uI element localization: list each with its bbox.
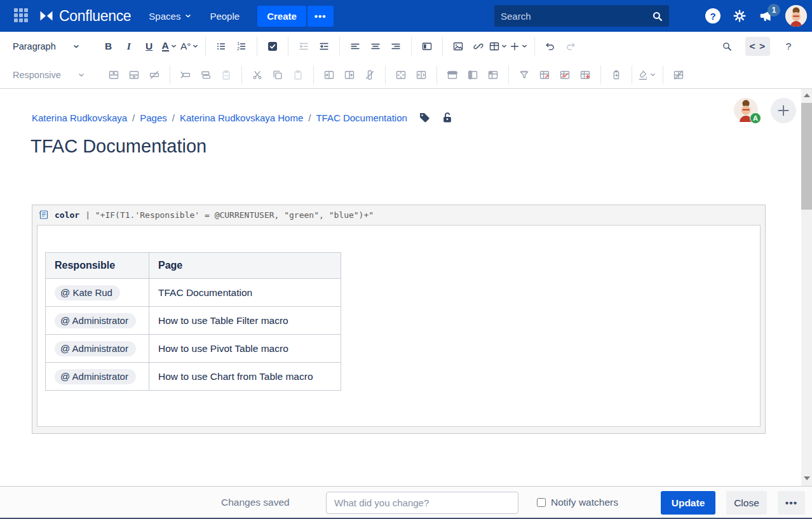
unrestricted-unlock-icon[interactable]: [442, 112, 453, 123]
align-center-icon[interactable]: [366, 37, 385, 56]
nav-people[interactable]: People: [210, 11, 240, 22]
scroll-down-arrow[interactable]: [801, 473, 812, 483]
cut-icon[interactable]: [248, 65, 267, 84]
editor-help-glyph: ?: [786, 41, 792, 52]
editor-help-button[interactable]: ?: [779, 37, 798, 56]
responsible-pages-table[interactable]: ResponsiblePage @ Kate RudTFAC Documenta…: [45, 252, 341, 391]
toolbar-group-7: [508, 65, 600, 84]
cell-fill-color-icon[interactable]: [638, 65, 657, 84]
merge-cells-icon[interactable]: [391, 65, 410, 84]
insert-column-after-icon[interactable]: [340, 65, 359, 84]
toolbar-group-6: [436, 65, 508, 84]
app-switcher-icon[interactable]: [14, 8, 29, 24]
insert-link-icon[interactable]: [469, 37, 488, 56]
redo-icon: [561, 37, 580, 56]
heading-column-icon[interactable]: [463, 65, 482, 84]
split-cells-icon[interactable]: [412, 65, 431, 84]
underline-button[interactable]: U: [140, 37, 159, 56]
table-row: @ AdministratorHow to use Table Filter m…: [46, 307, 341, 335]
footer-more-button[interactable]: •••: [778, 491, 805, 515]
notify-watchers-option[interactable]: Notify watchers: [537, 497, 618, 508]
insert-row-above-icon[interactable]: [104, 65, 123, 84]
italic-glyph: I: [127, 41, 131, 52]
toolbar-group-10: [663, 65, 694, 84]
align-left-icon[interactable]: [346, 37, 365, 56]
table-toolbar-macro[interactable]: color | "+IF(T1.'Responsible' = @CURRENT…: [32, 205, 766, 434]
toolbar-group-4: [313, 65, 385, 84]
indent-icon[interactable]: [315, 37, 334, 56]
find-icon[interactable]: [717, 37, 736, 56]
nav-spaces[interactable]: Spaces: [149, 11, 192, 22]
settings-gear-icon[interactable]: [733, 10, 746, 22]
bold-button[interactable]: B: [99, 37, 118, 56]
italic-button[interactable]: I: [119, 37, 139, 56]
scrollbar-thumb[interactable]: [801, 103, 812, 210]
breadcrumb-separator: /: [172, 112, 175, 123]
create-more-button[interactable]: •••: [308, 6, 334, 27]
undo-icon[interactable]: [541, 37, 560, 56]
chevron-down-icon: [72, 43, 80, 50]
user-mention[interactable]: @ Administrator: [55, 341, 136, 356]
source-editor-button[interactable]: < >: [745, 37, 770, 56]
copy-row-icon[interactable]: [196, 65, 215, 84]
remove-column-icon[interactable]: [360, 65, 379, 84]
table-layout-select[interactable]: Responsive: [6, 65, 93, 84]
paragraph-style-select[interactable]: Paragraph: [6, 37, 88, 56]
vertical-scrollbar[interactable]: [801, 89, 812, 486]
user-avatar[interactable]: [785, 5, 807, 27]
macro-body[interactable]: ResponsiblePage @ Kate RudTFAC Documenta…: [37, 225, 761, 427]
search-icon[interactable]: [652, 11, 663, 22]
create-button[interactable]: Create: [257, 6, 306, 27]
labels-tag-icon[interactable]: [419, 112, 430, 123]
align-right-icon[interactable]: [386, 37, 405, 56]
announcements-megaphone-icon[interactable]: 1: [759, 9, 773, 23]
confluence-logo[interactable]: Confluence: [38, 8, 131, 25]
help-icon[interactable]: ?: [705, 8, 721, 24]
insert-table-icon[interactable]: [489, 37, 508, 56]
table-excerpt-icon[interactable]: [607, 65, 626, 84]
paste-row-icon: [217, 65, 236, 84]
collaborator-avatar[interactable]: A: [734, 98, 758, 122]
scroll-up-arrow[interactable]: [801, 90, 812, 100]
formatting-more-button[interactable]: A°: [180, 37, 200, 56]
remove-row-icon[interactable]: [145, 65, 164, 84]
notify-watchers-checkbox[interactable]: [537, 498, 546, 507]
user-mention[interactable]: @ Kate Rud: [55, 285, 120, 300]
page-cell: How to use Pivot Table macro: [149, 335, 341, 363]
pivot-table-icon[interactable]: [535, 65, 554, 84]
breadcrumb-link-3[interactable]: Katerina Rudkovskaya Home: [180, 112, 303, 123]
copy-icon[interactable]: [268, 65, 287, 84]
text-color-button[interactable]: A: [160, 37, 179, 56]
cut-row-icon[interactable]: [176, 65, 195, 84]
user-mention[interactable]: @ Administrator: [55, 313, 136, 328]
page-layout-icon[interactable]: [417, 37, 436, 56]
version-comment-input[interactable]: [326, 492, 518, 514]
search-input[interactable]: [494, 11, 652, 22]
insert-row-below-icon[interactable]: [125, 65, 144, 84]
update-button[interactable]: Update: [661, 491, 715, 515]
table-filter-icon[interactable]: [515, 65, 534, 84]
task-list-icon[interactable]: [263, 37, 282, 56]
insert-column-before-icon[interactable]: [320, 65, 339, 84]
top-nav: Confluence Spaces People Create ••• ? 1: [0, 0, 812, 32]
breadcrumb-link-1[interactable]: Katerina Rudkovskaya: [32, 112, 127, 123]
user-mention[interactable]: @ Administrator: [55, 369, 136, 384]
breadcrumb-link-2[interactable]: Pages: [140, 112, 167, 123]
editor-toolbar: Paragraph BIUAA°12 < >? Responsive: [0, 32, 812, 89]
close-button[interactable]: Close: [726, 491, 767, 515]
add-content-button[interactable]: [771, 98, 796, 123]
breadcrumb-link-4[interactable]: TFAC Documentation: [316, 112, 407, 123]
breadcrumb: Katerina Rudkovskaya/Pages/Katerina Rudk…: [32, 112, 453, 123]
numbered-list-icon[interactable]: 12: [232, 37, 251, 56]
remove-table-icon[interactable]: [669, 65, 688, 84]
heading-row-icon[interactable]: [443, 65, 462, 84]
table-transformer-icon[interactable]: [576, 65, 595, 84]
insert-image-icon[interactable]: [449, 37, 468, 56]
editor-content[interactable]: Katerina Rudkovskaya/Pages/Katerina Rudk…: [0, 89, 801, 486]
page-title[interactable]: TFAC Documentation: [30, 136, 206, 157]
heading-cell-icon[interactable]: [484, 65, 503, 84]
bullet-list-icon[interactable]: [212, 37, 231, 56]
responsible-cell: @ Kate Rud: [46, 279, 149, 307]
insert-more-icon[interactable]: [510, 37, 529, 56]
chart-from-table-icon[interactable]: [555, 65, 574, 84]
